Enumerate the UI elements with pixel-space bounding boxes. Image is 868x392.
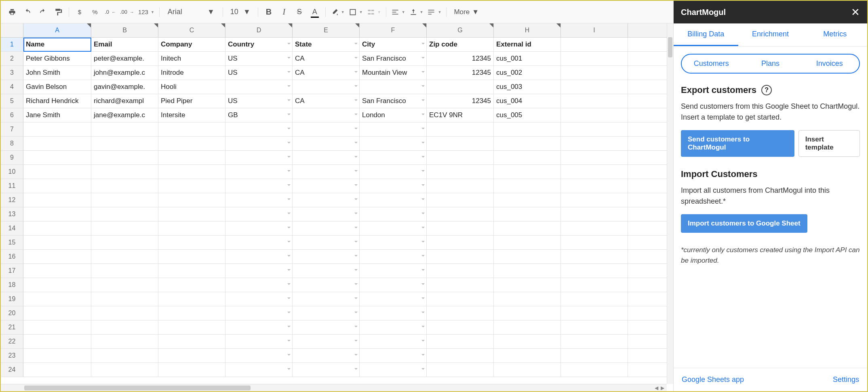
cell-r19-c4[interactable] [293,292,360,306]
cell-r1-c0[interactable]: Name [23,38,91,52]
cell-r16-c1[interactable] [91,250,158,264]
cell-r15-c2[interactable] [158,236,225,250]
cell-r16-c8[interactable] [561,250,628,264]
cell-r16-c2[interactable] [158,250,225,264]
cell-r21-c4[interactable] [293,320,360,335]
row-header-18[interactable]: 18 [1,278,23,292]
text-color-button[interactable]: A [308,5,322,19]
cell-r10-c7[interactable] [494,165,561,179]
row-header-16[interactable]: 16 [1,250,23,264]
row-header-11[interactable]: 11 [1,179,23,193]
cell-r7-c2[interactable] [158,122,225,137]
cell-r14-c8[interactable] [561,221,628,236]
cell-r2-c4[interactable]: CA [293,52,360,66]
cell-r15-c5[interactable] [360,236,427,250]
cell-r20-c5[interactable] [360,306,427,320]
cell-r6-c7[interactable]: cus_005 [494,108,561,122]
cell-r9-c0[interactable] [23,151,91,165]
cell-r4-c6[interactable] [427,80,494,94]
cell-r10-c6[interactable] [427,165,494,179]
cell-r12-c8[interactable] [561,193,628,207]
cell-r19-c8[interactable] [561,292,628,306]
close-icon[interactable]: ✕ [851,6,860,19]
cell-r15-c4[interactable] [293,236,360,250]
cell-r22-c5[interactable] [360,335,427,349]
cell-r10-c1[interactable] [91,165,158,179]
cell-r16-c6[interactable] [427,250,494,264]
cell-r13-c8[interactable] [561,207,628,221]
scroll-thumb[interactable] [668,37,672,57]
col-header-F[interactable]: F [360,23,427,38]
cell-r21-c2[interactable] [158,320,225,335]
cell-r24-c3[interactable] [225,363,293,377]
cell-r19-c3[interactable] [225,292,293,306]
cell-r21-c1[interactable] [91,320,158,335]
cell-r19-c0[interactable] [23,292,91,306]
cell-r2-c7[interactable]: cus_001 [494,52,561,66]
cell-r4-c8[interactable] [561,80,628,94]
cell-r21-c3[interactable] [225,320,293,335]
cell-r4-c3[interactable] [225,80,293,94]
cell-r3-c1[interactable]: john@example.c [91,66,158,80]
row-header-6[interactable]: 6 [1,108,23,122]
bold-button[interactable]: B [261,5,276,19]
cell-r24-c7[interactable] [494,363,561,377]
cell-r9-c6[interactable] [427,151,494,165]
cell-r8-c0[interactable] [23,137,91,151]
row-header-24[interactable]: 24 [1,363,23,377]
cell-r11-c5[interactable] [360,179,427,193]
cell-r13-c4[interactable] [293,207,360,221]
cell-r4-c0[interactable]: Gavin Belson [23,80,91,94]
row-header-22[interactable]: 22 [1,335,23,349]
row-header-17[interactable]: 17 [1,264,23,278]
cell-r8-c4[interactable] [293,137,360,151]
cell-r3-c3[interactable]: US [225,66,293,80]
cell-r2-c1[interactable]: peter@example. [91,52,158,66]
row-header-3[interactable]: 3 [1,66,23,80]
cell-r17-c4[interactable] [293,264,360,278]
cell-r2-c8[interactable] [561,52,628,66]
cell-r7-c6[interactable] [427,122,494,137]
cell-r2-c6[interactable]: 12345 [427,52,494,66]
currency-button[interactable]: $ [72,5,87,19]
cell-r1-c2[interactable]: Company [158,38,225,52]
cell-r22-c4[interactable] [293,335,360,349]
col-header-H[interactable]: H [494,23,561,38]
cell-r1-c7[interactable]: External id [494,38,561,52]
cell-r7-c3[interactable] [225,122,293,137]
cell-r10-c2[interactable] [158,165,225,179]
col-header-B[interactable]: B [91,23,158,38]
cell-r1-c6[interactable]: Zip code [427,38,494,52]
cell-r15-c6[interactable] [427,236,494,250]
cell-r22-c6[interactable] [427,335,494,349]
google-sheets-app-link[interactable]: Google Sheets app [682,375,744,384]
italic-button[interactable]: I [277,5,291,19]
cell-r6-c8[interactable] [561,108,628,122]
col-header-D[interactable]: D [225,23,293,38]
cell-r21-c5[interactable] [360,320,427,335]
pill-plans[interactable]: Plans [741,55,800,73]
cell-r10-c5[interactable] [360,165,427,179]
cell-r11-c4[interactable] [293,179,360,193]
cell-r10-c3[interactable] [225,165,293,179]
cell-r8-c3[interactable] [225,137,293,151]
v-align-button[interactable]: ▼ [408,5,425,19]
cell-r13-c6[interactable] [427,207,494,221]
cell-r20-c4[interactable] [293,306,360,320]
cell-r12-c3[interactable] [225,193,293,207]
cell-r7-c7[interactable] [494,122,561,137]
cell-r20-c1[interactable] [91,306,158,320]
more-button[interactable]: More▼ [450,5,483,19]
cell-r14-c2[interactable] [158,221,225,236]
import-customers-button[interactable]: Import customers to Google Sheet [681,214,807,233]
wrap-button[interactable]: ▼ [426,5,443,19]
cell-r7-c8[interactable] [561,122,628,137]
help-icon[interactable]: ? [761,85,772,95]
cell-r6-c0[interactable]: Jane Smith [23,108,91,122]
cell-r18-c6[interactable] [427,278,494,292]
cell-r2-c3[interactable]: US [225,52,293,66]
cell-r15-c1[interactable] [91,236,158,250]
cell-r18-c5[interactable] [360,278,427,292]
row-header-20[interactable]: 20 [1,306,23,320]
cell-r12-c2[interactable] [158,193,225,207]
